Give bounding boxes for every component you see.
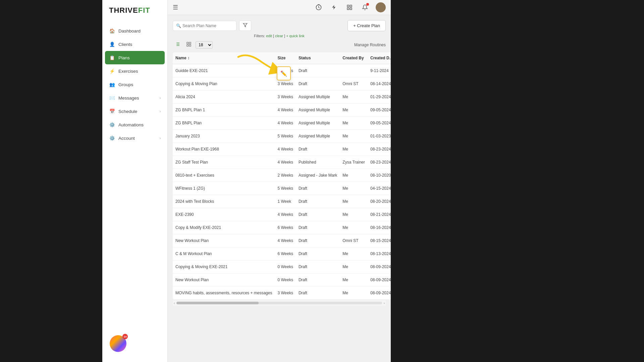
svg-rect-13 xyxy=(189,42,191,44)
edit-plan-tooltip[interactable]: ✏️ xyxy=(277,66,291,80)
grid-view-btn[interactable] xyxy=(184,41,194,49)
filter-button[interactable] xyxy=(239,20,251,31)
account-icon: ⚙️ xyxy=(109,135,115,141)
table-header-row: Name ↕ Size Status Created By Created D.… xyxy=(173,52,391,64)
sidebar-item-schedule[interactable]: 📅 Schedule › xyxy=(102,105,167,118)
plans-icon: 📋 xyxy=(109,55,115,61)
svg-rect-3 xyxy=(350,8,352,10)
table-row: 2024 with Text Blocks1 WeekDraftMe08-20-… xyxy=(173,195,391,208)
hamburger-menu[interactable]: ☰ xyxy=(173,4,178,11)
bell-icon-btn[interactable] xyxy=(360,3,370,12)
table-row: January 20235 WeeksAssigned MultipleMe01… xyxy=(173,130,391,143)
cell-size: 1 Week xyxy=(275,195,296,208)
cell-created-by: Me xyxy=(340,247,368,260)
cell-name: EXE-2390 xyxy=(173,208,275,221)
cell-name: Guidde EXE-2021 xyxy=(173,64,275,77)
col-created-by[interactable]: Created By xyxy=(340,52,368,64)
search-bar: 🔍 xyxy=(173,20,251,31)
cell-created-date: 08-13-2024 xyxy=(368,247,391,260)
header-icons xyxy=(314,2,386,12)
col-size[interactable]: Size xyxy=(275,52,296,64)
table-row: Workout Plan EXE-19684 WeeksDraftMe08-23… xyxy=(173,143,391,156)
clients-icon: 👤 xyxy=(109,41,115,47)
cell-size: 4 Weeks xyxy=(275,117,296,130)
col-created-date[interactable]: Created D... xyxy=(368,52,391,64)
cell-status: Draft xyxy=(296,221,340,234)
cell-status: Draft xyxy=(296,77,340,90)
cell-created-by: Omni ST xyxy=(340,234,368,247)
cell-created-by xyxy=(340,64,368,77)
cell-name: Copy & Modify EXE-2021 xyxy=(173,221,275,234)
bell-badge xyxy=(366,3,369,6)
cell-created-by: Me xyxy=(340,143,368,156)
col-name[interactable]: Name ↕ xyxy=(173,52,275,64)
user-avatar-header[interactable] xyxy=(376,2,386,12)
svg-rect-4 xyxy=(347,8,349,10)
sidebar-item-clients[interactable]: 👤 Clients xyxy=(102,38,167,51)
cell-created-by: Me xyxy=(340,287,368,300)
cell-size: 4 Weeks xyxy=(275,104,296,117)
sidebar-item-messages[interactable]: ✉️ Messages › xyxy=(102,91,167,105)
filters-quicklink[interactable]: + quick link xyxy=(286,34,305,38)
cell-status: Draft xyxy=(296,234,340,247)
cell-status: Draft xyxy=(296,274,340,287)
table-scrollbar[interactable]: ‹ › xyxy=(173,300,386,306)
filters-edit-link[interactable]: edit xyxy=(266,34,272,38)
svg-rect-12 xyxy=(187,42,189,44)
table-row: Copying & Moving EXE-20210 WeeksDraftMe0… xyxy=(173,260,391,274)
cell-created-by: Omni ST xyxy=(340,77,368,90)
sidebar-item-automations[interactable]: ⚙️ Automations xyxy=(102,118,167,131)
sidebar-item-groups[interactable]: 👥 Groups xyxy=(102,78,167,91)
cell-created-date: 08-09-2024 xyxy=(368,274,391,287)
filters-row: Filters: edit [ clear ] + quick link xyxy=(173,34,386,38)
cell-name: WFitness 1 (ZG) xyxy=(173,182,275,195)
sidebar-nav: 🏠 Dashboard 👤 Clients 📋 Plans ⚡ Exercise… xyxy=(102,21,167,362)
cell-created-date: 09-05-2024 xyxy=(368,117,391,130)
sidebar-item-exercises[interactable]: ⚡ Exercises xyxy=(102,64,167,78)
table-row: EXE-23904 WeeksDraftMe08-21-2024 ✏️ ⧉ ↗ xyxy=(173,208,391,221)
cell-created-date: 08-14-2024 xyxy=(368,77,391,90)
timer-icon-btn[interactable] xyxy=(314,3,323,12)
filters-separator: [ xyxy=(273,34,274,38)
cell-created-date: 08-09-2024 xyxy=(368,260,391,274)
sidebar-item-plans[interactable]: 📋 Plans xyxy=(105,51,165,64)
sidebar-item-label: Automations xyxy=(118,122,144,127)
svg-rect-14 xyxy=(189,45,191,46)
scroll-right-arrow[interactable]: › xyxy=(383,301,386,305)
table-row: ZG BNPL Plan4 WeeksAssigned MultipleMe09… xyxy=(173,117,391,130)
cell-name: ZG BNPL Plan 1 xyxy=(173,104,275,117)
cell-name: January 2023 xyxy=(173,130,275,143)
create-plan-button[interactable]: + Create Plan xyxy=(347,20,386,31)
sidebar-item-dashboard[interactable]: 🏠 Dashboard xyxy=(102,24,167,38)
sidebar-item-account[interactable]: ⚙️ Account › xyxy=(102,131,167,145)
search-input[interactable] xyxy=(173,21,236,31)
filters-clear-link[interactable]: clear xyxy=(275,34,283,38)
cell-name: C & M Workout Plan xyxy=(173,247,275,260)
list-view-btn[interactable] xyxy=(173,41,182,49)
cell-size: 4 Weeks xyxy=(275,234,296,247)
cell-status: Draft xyxy=(296,260,340,274)
bolt-icon-btn[interactable] xyxy=(329,3,339,12)
scroll-thumb xyxy=(176,302,259,304)
cell-name: Copying & Moving EXE-2021 xyxy=(173,260,275,274)
scroll-left-arrow[interactable]: ‹ xyxy=(173,301,176,305)
user-avatar-large[interactable]: 14 xyxy=(110,335,126,352)
cell-name: New Workout Plan xyxy=(173,234,275,247)
plans-table: Name ↕ Size Status Created By Created D.… xyxy=(173,52,391,300)
cell-status: Draft xyxy=(296,208,340,221)
cell-created-by: Me xyxy=(340,195,368,208)
cell-name: Copying & Moving Plan xyxy=(173,77,275,90)
cell-name: MOVING habits, assessments, resources + … xyxy=(173,287,275,300)
manage-routines-button[interactable]: Manage Routines xyxy=(354,43,386,47)
sidebar-item-label: Schedule xyxy=(118,109,137,114)
table-row: Alicia 20243 WeeksAssigned MultipleMe01-… xyxy=(173,90,391,104)
count-dropdown[interactable]: 18 25 50 100 xyxy=(196,41,213,49)
grid-icon-btn[interactable] xyxy=(345,3,354,12)
schedule-icon: 📅 xyxy=(109,108,115,114)
cell-size: 6 Weeks xyxy=(275,247,296,260)
cell-created-date: 01-29-2024 xyxy=(368,90,391,104)
count-select: 18 25 50 100 xyxy=(196,41,213,49)
chevron-right-icon: › xyxy=(160,96,161,100)
col-status[interactable]: Status xyxy=(296,52,340,64)
cell-name: Alicia 2024 xyxy=(173,90,275,104)
